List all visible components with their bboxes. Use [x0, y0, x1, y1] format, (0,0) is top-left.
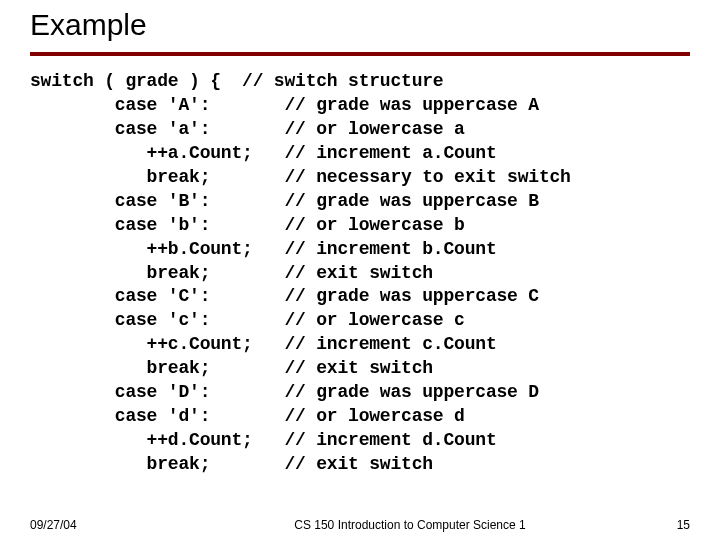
code-block: switch ( grade ) { // switch structure c…: [30, 70, 690, 477]
footer-page: 15: [630, 518, 690, 532]
slide-title: Example: [30, 8, 690, 42]
slide: Example switch ( grade ) { // switch str…: [0, 0, 720, 540]
footer-course: CS 150 Introduction to Computer Science …: [190, 518, 630, 532]
footer-date: 09/27/04: [30, 518, 190, 532]
title-rule: [30, 52, 690, 56]
slide-footer: 09/27/04 CS 150 Introduction to Computer…: [0, 518, 720, 532]
